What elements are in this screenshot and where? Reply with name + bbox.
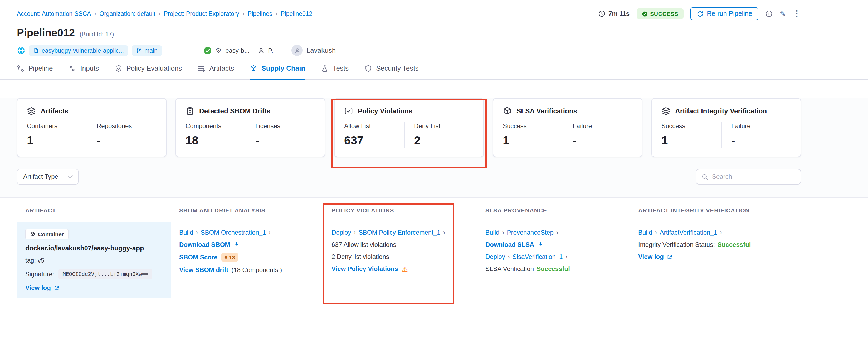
- column-header-sbom: SBOM AND DRIFT ANALYSIS: [171, 198, 323, 222]
- trigger-name: easy-b...: [225, 47, 250, 54]
- slsa-verification-status: Successful: [536, 265, 570, 272]
- gear-icon: ⚙: [216, 47, 222, 54]
- table-row: Container docker.io/lavakush07/easy-bugg…: [17, 222, 801, 298]
- search-input[interactable]: [712, 173, 795, 180]
- pipeline-icon: [17, 65, 24, 72]
- tab-label: Tests: [333, 64, 349, 72]
- metric-value: 637: [344, 134, 404, 148]
- page-title: Pipeline012: [17, 27, 75, 39]
- step-link[interactable]: SBOM Policy Enforcement_1: [359, 229, 441, 236]
- clock-icon: [598, 10, 606, 18]
- chevron-right-icon: [499, 229, 507, 236]
- edit-pipeline-button[interactable]: ✎: [780, 10, 786, 18]
- sbom-score-badge: 6.13: [221, 253, 238, 262]
- policy-violations-cell: Deploy SBOM Policy Enforcement_1 637 All…: [323, 222, 477, 298]
- view-log-link[interactable]: View log: [638, 253, 664, 260]
- metric-value: 1: [27, 134, 87, 148]
- artifact-type-dropdown[interactable]: Artifact Type: [17, 169, 79, 184]
- tab-inputs[interactable]: Inputs: [69, 64, 99, 80]
- breadcrumb-account[interactable]: Account: Automation-SSCA: [17, 10, 91, 17]
- tab-label: Inputs: [81, 64, 99, 72]
- rerun-pipeline-button[interactable]: Re-run Pipeline: [690, 7, 758, 20]
- chevron-right-icon: [272, 10, 281, 18]
- repo-chip[interactable]: easybuggy-vulnerable-applic...: [29, 45, 128, 56]
- artifact-type-label: Artifact Type: [23, 173, 58, 180]
- more-options-button[interactable]: ⋮: [793, 9, 801, 18]
- metric-label: Failure: [572, 122, 632, 130]
- kebab-menu-icon: ⋮: [793, 9, 801, 18]
- tab-security-tests[interactable]: Security Tests: [365, 64, 418, 80]
- rerun-pipeline-label: Re-run Pipeline: [707, 10, 752, 18]
- view-log-link[interactable]: View log: [25, 284, 51, 292]
- chevron-right-icon: [91, 10, 99, 18]
- tab-supply-chain[interactable]: Supply Chain: [250, 64, 305, 80]
- deny-list-violations: 2 Deny list violations: [332, 253, 468, 260]
- metric-label: Success: [503, 122, 563, 130]
- stage-link[interactable]: Deploy: [332, 229, 351, 236]
- metric-value: -: [572, 134, 632, 148]
- column-header-slsa: SLSA PROVENANCE: [477, 198, 630, 222]
- tests-icon: [321, 65, 328, 72]
- step-link[interactable]: ProvenanceStep: [507, 229, 553, 236]
- tab-policy-evaluations[interactable]: Policy Evaluations: [115, 64, 182, 80]
- download-icon: [233, 241, 240, 248]
- user-icon: [257, 47, 264, 54]
- view-sbom-drift-link[interactable]: View SBOM drift: [179, 266, 228, 274]
- metric-label: Failure: [731, 122, 791, 130]
- artifacts-table: ARTIFACT SBOM AND DRIFT ANALYSIS POLICY …: [0, 197, 868, 316]
- tab-pipeline[interactable]: Pipeline: [17, 64, 53, 80]
- stage-link[interactable]: Build: [485, 229, 499, 236]
- step-link[interactable]: SBOM Orchestration_1: [200, 229, 266, 236]
- artifact-tag: tag: v5: [25, 257, 162, 264]
- bottom-spacer: [0, 316, 868, 340]
- chevron-right-icon: [441, 229, 448, 236]
- stage-link[interactable]: Build: [638, 229, 652, 236]
- sbom-score-link[interactable]: SBOM Score: [179, 254, 217, 261]
- integrity-status: Successful: [717, 241, 751, 248]
- branch-chip[interactable]: main: [132, 45, 162, 56]
- step-link[interactable]: ArtifactVerification_1: [659, 229, 717, 236]
- metric-value: -: [97, 134, 157, 148]
- stage-link[interactable]: Build: [179, 229, 193, 236]
- divider: [282, 46, 283, 55]
- external-link-icon: [54, 285, 60, 291]
- card-title: Artifacts: [40, 107, 68, 115]
- tab-label: Policy Evaluations: [126, 64, 182, 72]
- signature-value[interactable]: MEQCICde2Vjl...L+2+mqnOXw==: [58, 269, 152, 279]
- column-header-policy-violations: POLICY VIOLATIONS: [323, 198, 477, 222]
- shield-icon: [365, 65, 372, 72]
- view-policy-violations-link[interactable]: View Policy Violations: [332, 265, 398, 272]
- status-badge: SUCCESS: [637, 8, 684, 19]
- metric-value: -: [255, 134, 315, 148]
- stage-link[interactable]: Deploy: [485, 253, 505, 260]
- breadcrumb-pipeline012[interactable]: Pipeline012: [281, 10, 312, 17]
- card-slsa-verifications: SLSA Verifications Success1 Failure-: [493, 98, 643, 157]
- metric-value: 2: [414, 134, 474, 148]
- download-sbom-link[interactable]: Download SBOM: [179, 241, 230, 248]
- external-link-icon: [667, 254, 673, 260]
- breadcrumb-pipelines[interactable]: Pipelines: [248, 10, 272, 17]
- integrity-status-label: Integrity Verification Status:: [638, 241, 715, 248]
- repository-icon: [33, 48, 39, 53]
- tab-tests[interactable]: Tests: [321, 64, 349, 80]
- info-icon: [766, 10, 773, 18]
- breadcrumb-organization[interactable]: Organization: default: [99, 10, 155, 17]
- allow-list-violations: 637 Allow list violations: [332, 241, 468, 248]
- tab-artifacts[interactable]: Artifacts: [198, 64, 234, 80]
- chevron-right-icon: [351, 229, 359, 236]
- chevron-right-icon: [652, 229, 659, 236]
- step-link[interactable]: SlsaVerification_1: [513, 253, 563, 260]
- tab-bar: Pipeline Inputs Policy Evaluations Artif…: [0, 56, 868, 80]
- run-duration: 7m 11s: [598, 10, 629, 18]
- view-log-line: View log: [25, 284, 162, 292]
- user-name: Lavakush: [306, 47, 336, 54]
- download-slsa-link[interactable]: Download SLSA: [485, 241, 534, 248]
- check-circle-icon: [642, 11, 647, 17]
- metric-label: Allow List: [344, 122, 404, 130]
- edit-icon: ✎: [780, 10, 786, 18]
- inputs-icon: [69, 65, 76, 72]
- info-button[interactable]: [766, 10, 773, 18]
- card-sbom-drifts: Detected SBOM Drifts Components18 Licens…: [176, 98, 325, 157]
- breadcrumb-project[interactable]: Project: Product Exploratory: [164, 10, 239, 17]
- integrity-cell: Build ArtifactVerification_1 Integrity V…: [630, 222, 801, 298]
